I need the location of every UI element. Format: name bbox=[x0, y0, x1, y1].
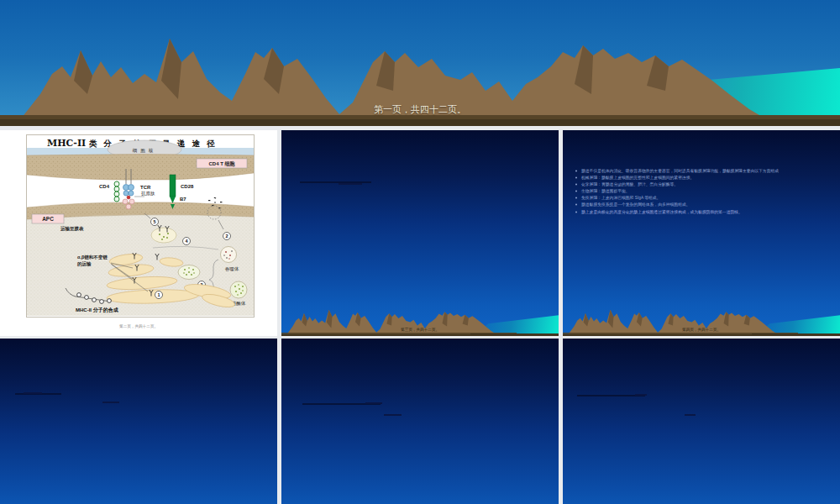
base-strip bbox=[752, 333, 840, 336]
bullet-item: 化学屏障：胃肠道分泌的胃酸、胆汁、蛋白分解酶等。 bbox=[581, 181, 678, 187]
phagosome-vesicle bbox=[221, 247, 237, 263]
faint-text-line bbox=[339, 183, 362, 185]
nucleus-label: 细胞核 bbox=[133, 148, 157, 154]
slide-page-footer: 第一页，共四十二页。 bbox=[0, 103, 840, 116]
chains-label-line1: α,β链和不变链 bbox=[77, 255, 108, 260]
faint-text-line bbox=[102, 402, 119, 403]
svg-text:第四页，共四十二页。: 第四页，共四十二页。 bbox=[682, 328, 721, 333]
step-5-number: 5 bbox=[153, 219, 155, 224]
bullet-item: 肠道黏膜免疫系统是一个复杂的网络体系，由多种细胞组成。 bbox=[581, 202, 690, 207]
slide-page-footer: 第四页，共四十二页。 bbox=[563, 325, 840, 333]
lysosome-vesicle bbox=[230, 281, 247, 298]
bullet-item: 肠道不仅是机体内消化、吸收营养物质的主要器官，同时还具有黏膜屏障功能，肠黏膜屏障… bbox=[581, 168, 779, 174]
step-1-number: 1 bbox=[157, 292, 160, 297]
bullet-item: 生物屏障：肠道菌群平衡。 bbox=[581, 188, 630, 194]
peptide-label: 抗原肽 bbox=[141, 191, 155, 197]
tcr-label: TCR bbox=[140, 185, 151, 190]
slide-thumbnail-3[interactable]: 第三页，共四十二页。 bbox=[281, 130, 559, 336]
chains-label-line2: 的运输 bbox=[77, 261, 92, 267]
slide-page-footer: 第三页，共四十二页。 bbox=[281, 325, 559, 333]
phagosome-label: 吞噬体 bbox=[225, 266, 239, 272]
slide-page-footer: 第二页，共四十二页。 bbox=[0, 322, 277, 330]
slide-thumbnail-2[interactable]: MHC-II 类分子抗原呈递途径 细胞核 CD4 T 细胞 APC CD4 bbox=[0, 130, 277, 336]
cd4-label: CD4 bbox=[99, 184, 110, 189]
bullet-item: 机械屏障：肠黏膜上皮细胞的完整性和上皮细胞间的紧密连接。 bbox=[581, 175, 694, 181]
svg-text:第二页，共四十二页。: 第二页，共四十二页。 bbox=[119, 324, 158, 329]
slide-thumbnail-5[interactable] bbox=[0, 339, 277, 504]
faint-text-line bbox=[384, 414, 402, 416]
faint-text-line bbox=[635, 394, 647, 396]
synthesis-label: MHC-II 分子的合成 bbox=[76, 307, 118, 313]
slide-thumbnail-4[interactable]: 肠道不仅是机体内消化、吸收营养物质的主要器官，同时还具有黏膜屏障功能，肠黏膜屏障… bbox=[563, 130, 840, 336]
bullet-item: 肠上皮是由极化的高度分化的肠上皮细胞通过紧密连接构成，成为黏膜防御的第一道防线。 bbox=[581, 209, 743, 215]
to-membrane-label: 运输至膜表 bbox=[60, 226, 84, 232]
faint-text-line bbox=[365, 402, 382, 404]
step-2-number: 2 bbox=[225, 234, 228, 239]
mhc-diagram-svg: MHC-II 类分子抗原呈递途径 细胞核 CD4 T 细胞 APC CD4 bbox=[27, 135, 254, 316]
base-strip bbox=[470, 333, 559, 336]
current-slide-preview[interactable]: 第一页，共四十二页。 bbox=[0, 0, 840, 126]
slide-thumbnail-7[interactable] bbox=[563, 339, 840, 504]
b7-label: B7 bbox=[180, 197, 186, 202]
cd28-label: CD28 bbox=[181, 184, 194, 189]
mhc-diagram: MHC-II 类分子抗原呈递途径 细胞核 CD4 T 细胞 APC CD4 bbox=[26, 134, 255, 318]
apc-label: APC bbox=[42, 216, 54, 222]
faint-text-line bbox=[685, 414, 696, 416]
presentation-grid-view: 第一页，共四十二页。 bbox=[0, 0, 840, 504]
diagram-title-prefix: MHC-II bbox=[47, 138, 86, 149]
bullet-list: 肠道不仅是机体内消化、吸收营养物质的主要器官，同时还具有黏膜屏障功能，肠黏膜屏障… bbox=[563, 167, 840, 223]
faint-text-line bbox=[24, 392, 42, 394]
cd4t-label: CD4 T 细胞 bbox=[208, 160, 235, 167]
bullet-item: 免疫屏障：上皮内淋巴细胞和 SIgA 等组成。 bbox=[581, 195, 660, 201]
svg-text:第三页，共四十二页。: 第三页，共四十二页。 bbox=[401, 328, 439, 333]
transport-vesicle bbox=[151, 228, 176, 243]
slide-thumbnail-6[interactable] bbox=[281, 339, 559, 504]
